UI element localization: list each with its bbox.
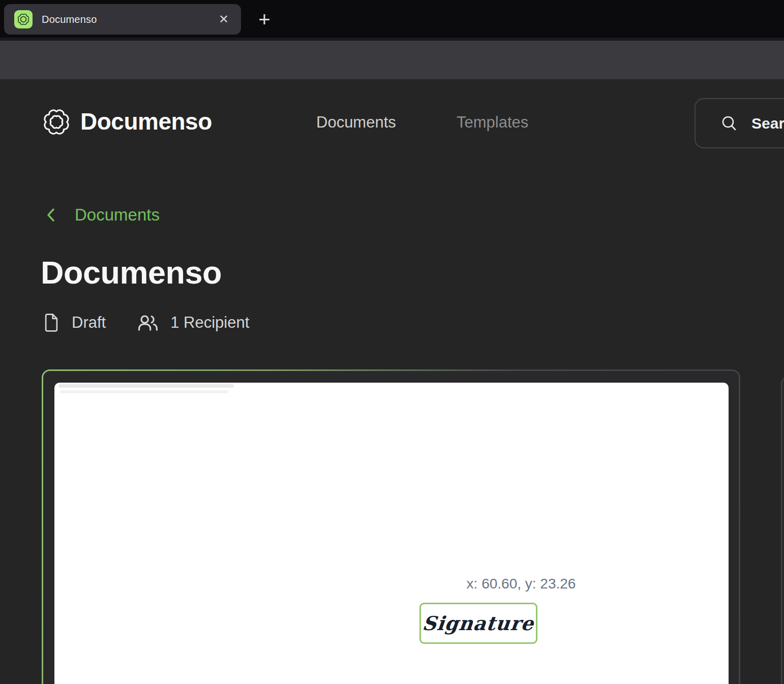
documenso-favicon: [14, 10, 33, 28]
nav-documents[interactable]: Documents: [316, 113, 396, 132]
document-card-inner: [43, 371, 739, 684]
browser-tab-bar: Documenso ✕ +: [0, 0, 784, 38]
page-title: Documenso: [41, 254, 222, 291]
breadcrumb-label[interactable]: Documents: [75, 205, 160, 225]
field-settings-panel-edge: [781, 376, 784, 684]
search-label: Sear: [751, 115, 784, 132]
tab-title: Documenso: [42, 14, 214, 25]
search-icon: [720, 114, 738, 133]
browser-toolbar: i localhost:3000/documents/1008/edit?dev…: [0, 41, 784, 79]
tab-close-icon[interactable]: ✕: [214, 9, 234, 29]
browser-window: Documenso ✕ + i localhost:3000/documents…: [0, 0, 784, 684]
status-badge: Draft: [72, 314, 106, 332]
documenso-logo-icon[interactable]: [42, 107, 71, 137]
signature-field[interactable]: Signature: [419, 603, 537, 644]
recipients-count: 1 Recipient: [170, 314, 249, 332]
chevron-left-icon: [45, 207, 58, 223]
document-meta: Draft 1 Recipient: [43, 313, 249, 332]
breadcrumb[interactable]: Documents: [45, 205, 160, 225]
pdf-text-line: [58, 384, 234, 388]
documenso-app: Documenso Documents Templates Sear Docum…: [0, 79, 784, 684]
pdf-text-line: [60, 390, 228, 393]
browser-tab[interactable]: Documenso ✕: [4, 4, 241, 35]
signature-field-label: Signature: [421, 612, 535, 635]
document-card: [42, 369, 740, 684]
recipients-icon: [137, 313, 159, 332]
pdf-page[interactable]: [54, 383, 729, 684]
new-tab-button[interactable]: +: [253, 8, 276, 30]
nav-templates[interactable]: Templates: [457, 113, 528, 132]
brand-name[interactable]: Documenso: [80, 108, 212, 135]
file-icon: [43, 313, 60, 332]
field-coordinates: x: 60.60, y: 23.26: [414, 576, 628, 592]
search-box[interactable]: Sear: [695, 98, 784, 148]
